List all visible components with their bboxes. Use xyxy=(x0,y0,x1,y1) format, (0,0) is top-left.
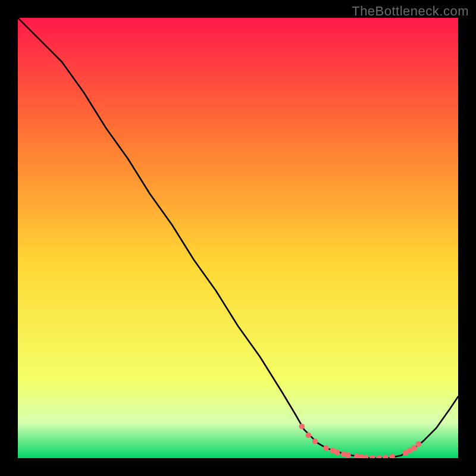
marker-dot xyxy=(411,445,417,451)
marker-dot xyxy=(306,433,312,439)
marker-dot xyxy=(345,452,351,458)
marker-dot xyxy=(312,439,318,444)
marker-dot xyxy=(323,445,329,451)
marker-dot xyxy=(299,424,305,430)
chart-plot-area xyxy=(18,18,458,458)
chart-frame: TheBottleneck.com xyxy=(0,0,476,476)
chart-svg xyxy=(18,18,458,458)
watermark-text: TheBottleneck.com xyxy=(352,4,469,19)
marker-dot xyxy=(334,450,340,456)
gradient-background xyxy=(18,18,458,458)
marker-dot xyxy=(416,441,422,447)
